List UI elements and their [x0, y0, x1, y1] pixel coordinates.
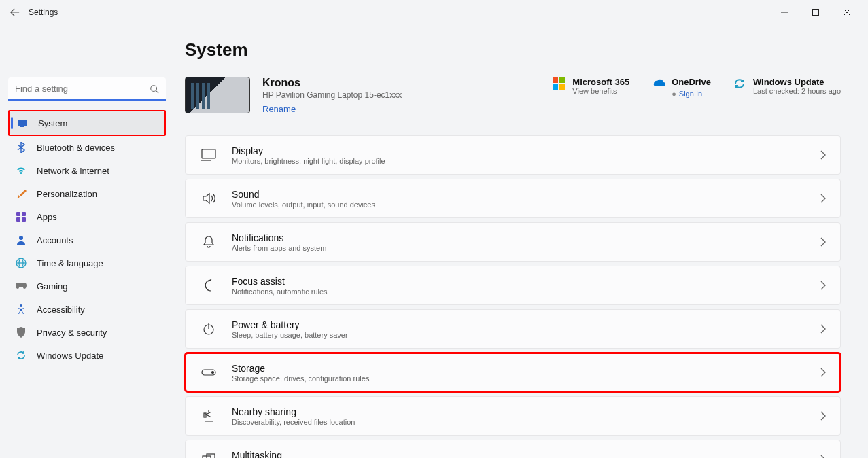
nav-item-accounts[interactable]: Accounts: [8, 228, 166, 251]
multitask-icon: [199, 453, 218, 458]
nav-item-privacy[interactable]: Privacy & security: [8, 321, 166, 344]
back-button[interactable]: [5, 3, 24, 22]
nav-item-system[interactable]: System: [10, 111, 164, 135]
svg-point-26: [212, 372, 214, 374]
moon-icon: [199, 279, 218, 292]
status-sub: View benefits: [572, 87, 629, 95]
status-strip: Microsoft 365 View benefits OneDrive ●Si…: [552, 77, 841, 99]
storage-icon: [199, 368, 218, 377]
card-sub: Volume levels, output, input, sound devi…: [232, 200, 820, 209]
chevron-right-icon: [820, 150, 827, 160]
svg-rect-18: [559, 77, 565, 83]
chevron-right-icon: [820, 237, 827, 247]
card-title: Focus assist: [232, 276, 820, 287]
svg-line-5: [156, 91, 159, 94]
windows-update-icon: [733, 77, 746, 90]
sound-icon: [199, 192, 218, 205]
nav-item-gaming[interactable]: Gaming: [8, 275, 166, 298]
nav-item-bluetooth[interactable]: Bluetooth & devices: [8, 136, 166, 159]
svg-rect-11: [22, 217, 26, 222]
search-input[interactable]: [8, 77, 166, 101]
search-field[interactable]: [8, 77, 166, 101]
card-multitasking[interactable]: Multitasking Snap windows, desktops, tas…: [185, 440, 841, 458]
svg-rect-1: [813, 10, 819, 16]
maximize-button[interactable]: [800, 1, 831, 23]
close-button[interactable]: [831, 1, 863, 23]
card-nearby-sharing[interactable]: Nearby sharing Discoverability, received…: [185, 396, 841, 436]
m365-icon: [552, 77, 566, 90]
card-title: Display: [232, 145, 820, 156]
window-title: Settings: [29, 7, 58, 17]
chevron-right-icon: [820, 455, 827, 458]
chevron-right-icon: [820, 324, 827, 334]
card-title: Storage: [232, 363, 820, 374]
share-icon: [199, 409, 218, 423]
svg-rect-10: [16, 217, 20, 222]
device-name: Kronos: [262, 77, 453, 89]
status-m365[interactable]: Microsoft 365 View benefits: [552, 77, 629, 99]
status-windows-update[interactable]: Windows Update Last checked: 2 hours ago: [733, 77, 841, 99]
accessibility-icon: [15, 303, 27, 315]
chevron-right-icon: [820, 281, 827, 290]
system-icon: [16, 117, 29, 129]
svg-point-12: [19, 236, 23, 240]
highlight-system: System: [8, 110, 166, 136]
nav-item-personalization[interactable]: Personalization: [8, 182, 166, 205]
svg-rect-21: [202, 149, 215, 158]
settings-cards: Display Monitors, brightness, night ligh…: [185, 135, 841, 458]
device-info: Kronos HP Pavilion Gaming Laptop 15-ec1x…: [262, 77, 453, 115]
card-display[interactable]: Display Monitors, brightness, night ligh…: [185, 135, 841, 175]
card-focus-assist[interactable]: Focus assist Notifications, automatic ru…: [185, 266, 841, 305]
nav-item-time-language[interactable]: Time & language: [8, 251, 166, 275]
nav-label: Accessibility: [37, 304, 85, 315]
card-storage[interactable]: Storage Storage space, drives, configura…: [185, 353, 841, 392]
globe-icon: [15, 257, 27, 269]
nav-label: Time & language: [37, 258, 103, 268]
bell-icon: [199, 235, 218, 249]
svg-rect-9: [22, 212, 26, 216]
card-power-battery[interactable]: Power & battery Sleep, battery usage, ba…: [185, 309, 841, 349]
nav-label: Network & internet: [37, 166, 109, 176]
svg-rect-7: [20, 126, 24, 127]
shield-icon: [15, 326, 27, 338]
card-sub: Discoverability, received files location: [232, 418, 820, 426]
card-title: Multitasking: [232, 450, 820, 459]
chevron-right-icon: [820, 368, 827, 377]
nav-label: Apps: [37, 212, 57, 222]
svg-point-4: [151, 86, 157, 92]
card-sub: Storage space, drives, configuration rul…: [232, 374, 820, 383]
svg-rect-6: [18, 120, 27, 126]
card-sub: Alerts from apps and system: [232, 244, 820, 252]
nav-label: System: [38, 118, 67, 128]
nav-item-apps[interactable]: Apps: [8, 205, 166, 228]
nav-label: Accounts: [37, 235, 73, 245]
card-notifications[interactable]: Notifications Alerts from apps and syste…: [185, 222, 841, 262]
nav-label: Windows Update: [37, 351, 103, 361]
status-title: Microsoft 365: [572, 77, 629, 87]
page-title: System: [185, 39, 841, 60]
nav-item-accessibility[interactable]: Accessibility: [8, 298, 166, 321]
rename-link[interactable]: Rename: [262, 104, 296, 114]
wifi-icon: [15, 164, 27, 177]
window-controls: [769, 1, 863, 23]
nav-label: Bluetooth & devices: [37, 143, 115, 153]
card-title: Notifications: [232, 232, 820, 243]
card-sub: Notifications, automatic rules: [232, 287, 820, 296]
svg-rect-8: [16, 212, 20, 216]
search-icon: [150, 84, 159, 94]
svg-rect-17: [553, 77, 558, 83]
nav-item-network[interactable]: Network & internet: [8, 159, 166, 182]
status-title: OneDrive: [672, 77, 711, 87]
status-onedrive[interactable]: OneDrive ●Sign In: [651, 77, 711, 99]
status-title: Windows Update: [753, 77, 841, 87]
card-title: Sound: [232, 189, 820, 200]
onedrive-signin-link[interactable]: Sign In: [679, 90, 702, 98]
nav-label: Gaming: [37, 281, 68, 292]
minimize-button[interactable]: [769, 1, 800, 23]
card-sound[interactable]: Sound Volume levels, output, input, soun…: [185, 179, 841, 218]
onedrive-icon: [651, 77, 665, 90]
nav-list: System Bluetooth & devices Network & int…: [8, 110, 166, 367]
nav-item-windows-update[interactable]: Windows Update: [8, 344, 166, 367]
bluetooth-icon: [15, 141, 27, 154]
update-icon: [15, 349, 27, 362]
